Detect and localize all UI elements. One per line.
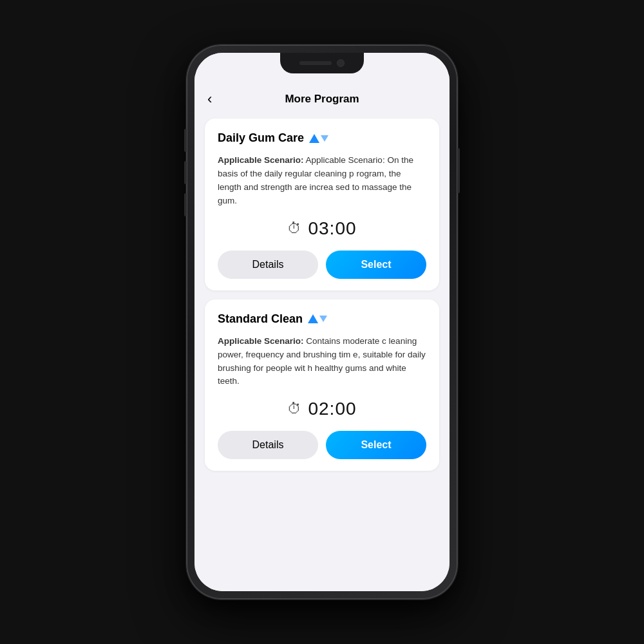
card-title-2: Standard Clean [218,312,303,326]
card-daily-gum-care: Daily Gum Care Applicable Scenario: Appl… [205,118,439,290]
card-title-row-1: Daily Gum Care [218,131,426,145]
notch-speaker [299,61,332,65]
card-title-row-2: Standard Clean [218,312,426,326]
back-button[interactable]: ‹ [207,91,212,108]
card-title-1: Daily Gum Care [218,131,304,145]
button-row-1: Details Select [218,251,426,279]
timer-icon-1: ⏱ [287,220,301,237]
av-icon-1 [309,134,328,143]
button-row-2: Details Select [218,431,426,459]
header: ‹ More Program [194,85,450,113]
screen-content: ‹ More Program Daily Gum Care Applicable… [194,53,450,591]
description-bold-1: Applicable Scenario: [218,155,304,165]
details-button-1[interactable]: Details [218,251,318,279]
card-standard-clean: Standard Clean Applicable Scenario: Cont… [205,299,439,471]
timer-icon-2: ⏱ [287,401,301,417]
notch-camera [337,59,345,67]
header-title: More Program [285,93,359,106]
select-button-2[interactable]: Select [326,431,426,459]
timer-text-1: 03:00 [308,218,356,239]
timer-row-1: ⏱ 03:00 [218,218,426,239]
card-description-2: Applicable Scenario: Contains moderate c… [218,335,426,389]
select-button-1[interactable]: Select [326,251,426,279]
details-button-2[interactable]: Details [218,431,318,459]
av-triangle-down-2 [319,316,327,322]
description-bold-2: Applicable Scenario: [218,336,304,346]
av-triangle-up-1 [309,134,319,143]
av-triangle-down-1 [321,135,328,142]
av-triangle-up-2 [308,314,318,323]
timer-row-2: ⏱ 02:00 [218,399,426,419]
notch [280,53,364,73]
timer-text-2: 02:00 [308,399,356,419]
cards-container: Daily Gum Care Applicable Scenario: Appl… [194,113,450,484]
phone-screen: ‹ More Program Daily Gum Care Applicable… [194,53,450,591]
av-icon-2 [308,314,327,323]
phone-wrapper: ‹ More Program Daily Gum Care Applicable… [187,45,457,599]
card-description-1: Applicable Scenario: Applicable Scenario… [218,154,426,208]
